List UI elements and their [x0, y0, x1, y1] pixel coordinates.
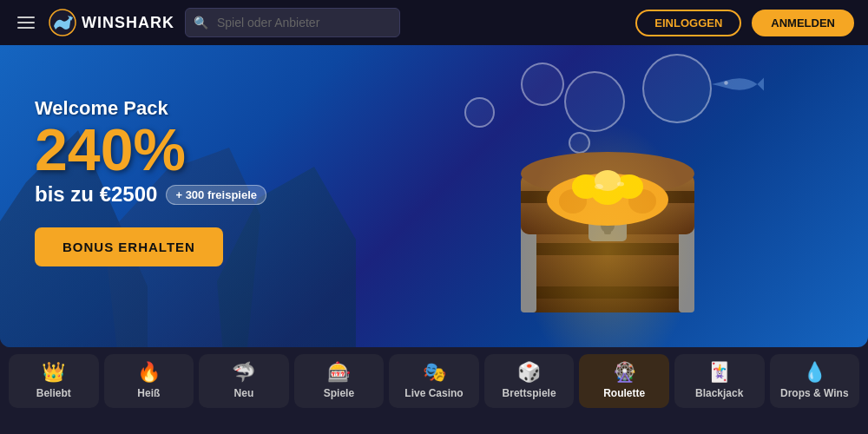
drops-icon: 💧 [803, 363, 826, 382]
category-label-heiss: Heiß [137, 387, 160, 399]
svg-point-1 [724, 81, 728, 85]
category-spiele[interactable]: 🎰Spiele [294, 354, 385, 408]
category-label-live-casino: Live Casino [404, 387, 463, 399]
search-input[interactable] [185, 8, 400, 37]
hero-banner: Welcome Pack 240% bis zu €2500 + 300 fre… [0, 45, 868, 347]
category-neu[interactable]: 🦈Neu [199, 354, 289, 408]
svg-rect-7 [679, 226, 694, 312]
category-live-casino[interactable]: 🎭Live Casino [389, 354, 479, 408]
search-bar: 🔍 [185, 8, 400, 37]
register-button[interactable]: ANMELDEN [752, 10, 854, 36]
search-icon: 🔍 [194, 16, 208, 30]
svg-rect-6 [521, 226, 536, 312]
dice-icon: 🎲 [517, 363, 541, 382]
treasure-chest [486, 104, 729, 330]
roulette-icon: 🎡 [613, 363, 636, 382]
category-label-roulette: Roulette [603, 387, 645, 399]
bonus-button[interactable]: BONUS ERHALTEN [35, 227, 223, 266]
freespins-badge: + 300 freispiele [166, 185, 266, 205]
category-roulette[interactable]: 🎡Roulette [579, 354, 669, 408]
category-label-drops-wins: Drops & Wins [780, 387, 849, 399]
bonus-percent: 240% [35, 120, 266, 179]
svg-rect-14 [604, 226, 611, 234]
bubble-2 [521, 62, 564, 106]
fish-decoration [712, 71, 764, 97]
category-label-beliebt: Beliebt [36, 387, 71, 399]
crown-icon: 👑 [42, 363, 65, 382]
category-label-blackjack: Blackjack [695, 387, 743, 399]
category-blackjack[interactable]: 🃏Blackjack [674, 354, 765, 408]
bonus-amount: bis zu €2500 + 300 freispiele [35, 182, 266, 207]
svg-rect-4 [521, 243, 694, 255]
category-brettspiele[interactable]: 🎲Brettspiele [484, 354, 575, 408]
header: WINSHARK 🔍 EINLOGGEN ANMELDEN [0, 0, 868, 45]
category-label-neu: Neu [234, 387, 254, 399]
category-bar: 👑Beliebt🔥Heiß🦈Neu🎰Spiele🎭Live Casino🎲Bre… [0, 347, 868, 415]
menu-toggle[interactable] [14, 13, 38, 32]
svg-rect-5 [521, 286, 694, 299]
category-label-brettspiele: Brettspiele [503, 387, 556, 399]
svg-point-24 [595, 184, 603, 189]
category-label-spiele: Spiele [324, 387, 354, 399]
svg-point-25 [617, 182, 624, 187]
cards-icon: 🃏 [707, 363, 731, 382]
category-drops-wins[interactable]: 💧Drops & Wins [770, 354, 860, 408]
hero-content: Welcome Pack 240% bis zu €2500 + 300 fre… [35, 97, 266, 266]
fire-icon: 🔥 [137, 363, 161, 382]
chest-svg [486, 104, 729, 330]
login-button[interactable]: EINLOGGEN [635, 10, 741, 36]
shark-icon: 🦈 [232, 363, 255, 382]
live-icon: 🎭 [423, 363, 446, 382]
category-beliebt[interactable]: 👑Beliebt [9, 354, 99, 408]
logo[interactable]: WINSHARK [49, 9, 174, 36]
slots-icon: 🎰 [327, 363, 351, 382]
category-heiss[interactable]: 🔥Heiß [104, 354, 194, 408]
